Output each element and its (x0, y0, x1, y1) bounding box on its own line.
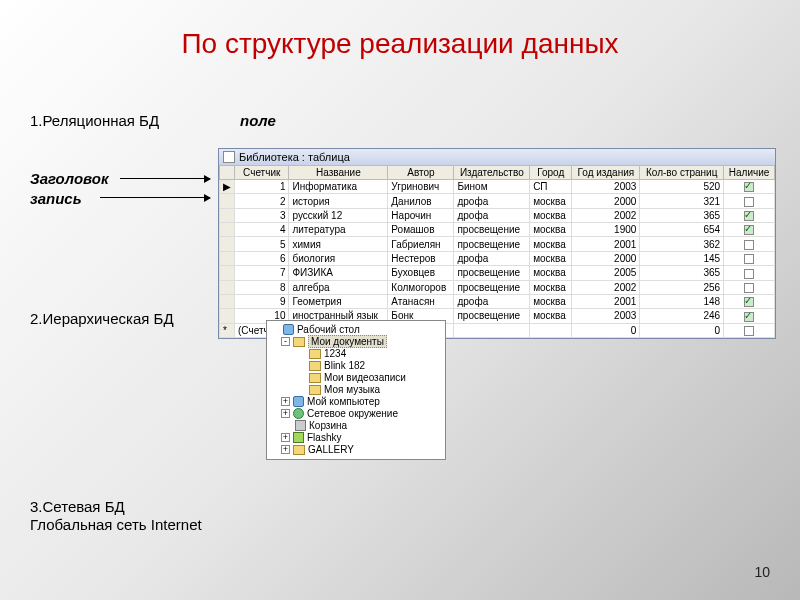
row-selector[interactable] (220, 309, 235, 323)
folder-icon (293, 408, 304, 419)
row-selector[interactable] (220, 266, 235, 280)
page-number: 10 (754, 564, 770, 580)
table-row[interactable]: 9ГеометрияАтанасяндрофамосква 2001148 (220, 294, 775, 308)
expander-icon[interactable]: - (281, 337, 290, 346)
label-hierarchical: 2.Иерархическая БД (30, 310, 174, 327)
folder-icon (309, 361, 321, 371)
tree-item[interactable]: Мои видеозаписи (269, 372, 443, 384)
label-relational: 1.Реляционная БД (30, 112, 159, 129)
expander-icon[interactable]: + (281, 433, 290, 442)
tree-item-label: Рабочий стол (297, 324, 360, 335)
tree-item-label: Flashky (307, 432, 341, 443)
checkbox-availability[interactable] (744, 312, 754, 322)
label-network: 3.Сетевая БД (30, 498, 125, 515)
expander-icon[interactable]: + (281, 409, 290, 418)
folder-tree: Рабочий стол - Мои документы 1234 Blink … (266, 320, 446, 460)
column-header[interactable]: Город (530, 166, 572, 180)
tree-item-label: Blink 182 (324, 360, 365, 371)
tree-item[interactable]: Моя музыка (269, 384, 443, 396)
tree-item[interactable]: Blink 182 (269, 360, 443, 372)
column-header[interactable]: Год издания (572, 166, 640, 180)
table-row[interactable]: 7ФИЗИКАБуховцевпросвещениемосква 2005365 (220, 266, 775, 280)
table-row[interactable]: 3русский 12Нарочиндрофамосква 2002365 (220, 208, 775, 222)
tree-item[interactable]: + GALLERY (269, 444, 443, 456)
tree-item[interactable]: + Сетевое окружение (269, 408, 443, 420)
label-internet: Глобальная сеть Internet (30, 516, 202, 533)
arrow-to-record (100, 197, 210, 198)
table-icon (223, 151, 235, 163)
row-selector[interactable] (220, 280, 235, 294)
checkbox-availability[interactable] (744, 269, 754, 279)
tree-item-label: Мои видеозаписи (324, 372, 406, 383)
table-window-title: Библиотека : таблица (239, 151, 350, 163)
folder-icon (295, 420, 306, 431)
slide-title: По структуре реализации данных (0, 0, 800, 60)
table-row[interactable]: 5химияГабриелянпросвещениемосква 2001362 (220, 237, 775, 251)
row-selector[interactable] (220, 208, 235, 222)
row-selector[interactable] (220, 194, 235, 208)
checkbox-availability[interactable] (744, 197, 754, 207)
tree-item-label: Корзина (309, 420, 347, 431)
expander-icon[interactable]: + (281, 445, 290, 454)
db-table: СчетчикНазваниеАвторИздательствоГородГод… (219, 165, 775, 338)
row-selector[interactable] (220, 294, 235, 308)
tree-item-label: Мой компьютер (307, 396, 380, 407)
tree-item-label: Моя музыка (324, 384, 380, 395)
tree-item-label: 1234 (324, 348, 346, 359)
checkbox-availability[interactable] (744, 211, 754, 221)
column-header[interactable]: Издательство (454, 166, 530, 180)
row-selector[interactable] (220, 251, 235, 265)
tree-item-label: Мои документы (308, 336, 387, 347)
checkbox-availability[interactable] (744, 240, 754, 250)
folder-icon (309, 373, 321, 383)
db-table-window: Библиотека : таблица СчетчикНазваниеАвто… (218, 148, 776, 339)
label-header: Заголовок (30, 170, 109, 187)
label-record: запись (30, 190, 82, 207)
table-row[interactable]: 8алгебраКолмогоровпросвещениемосква 2002… (220, 280, 775, 294)
row-selector[interactable] (220, 223, 235, 237)
column-header[interactable]: Наличие (724, 166, 775, 180)
expander-icon[interactable]: + (281, 397, 290, 406)
folder-icon (293, 445, 305, 455)
table-titlebar: Библиотека : таблица (219, 149, 775, 165)
rowhead-corner (220, 166, 235, 180)
table-row[interactable]: 6биологияНестеровдрофамосква 2000145 (220, 251, 775, 265)
table-row[interactable]: ▶ 1ИнформатикаУгриновичБиномСП 2003520 (220, 180, 775, 194)
label-field: поле (240, 112, 276, 129)
tree-item[interactable]: - Мои документы (269, 336, 443, 348)
tree-item[interactable]: Корзина (269, 420, 443, 432)
folder-icon (293, 432, 304, 443)
tree-item-label: GALLERY (308, 444, 354, 455)
table-row[interactable]: 4литератураРомашовпросвещениемосква 1900… (220, 223, 775, 237)
checkbox-availability[interactable] (744, 225, 754, 235)
checkbox-availability[interactable] (744, 326, 754, 336)
tree-item[interactable]: 1234 (269, 348, 443, 360)
checkbox-availability[interactable] (744, 297, 754, 307)
tree-item-label: Сетевое окружение (307, 408, 398, 419)
folder-icon (309, 349, 321, 359)
folder-icon (293, 396, 304, 407)
folder-icon (293, 337, 305, 347)
checkbox-availability[interactable] (744, 254, 754, 264)
column-header[interactable]: Кол-во страниц (640, 166, 724, 180)
arrow-to-header (120, 178, 210, 179)
column-header[interactable]: Название (289, 166, 388, 180)
column-header[interactable]: Счетчик (235, 166, 289, 180)
folder-icon (283, 324, 294, 335)
tree-item[interactable]: + Мой компьютер (269, 396, 443, 408)
tree-item[interactable]: + Flashky (269, 432, 443, 444)
folder-icon (309, 385, 321, 395)
checkbox-availability[interactable] (744, 283, 754, 293)
row-selector[interactable] (220, 237, 235, 251)
table-row[interactable]: 2историяДаниловдрофамосква 2000321 (220, 194, 775, 208)
column-header[interactable]: Автор (388, 166, 454, 180)
row-selector[interactable]: ▶ (220, 180, 235, 194)
checkbox-availability[interactable] (744, 182, 754, 192)
